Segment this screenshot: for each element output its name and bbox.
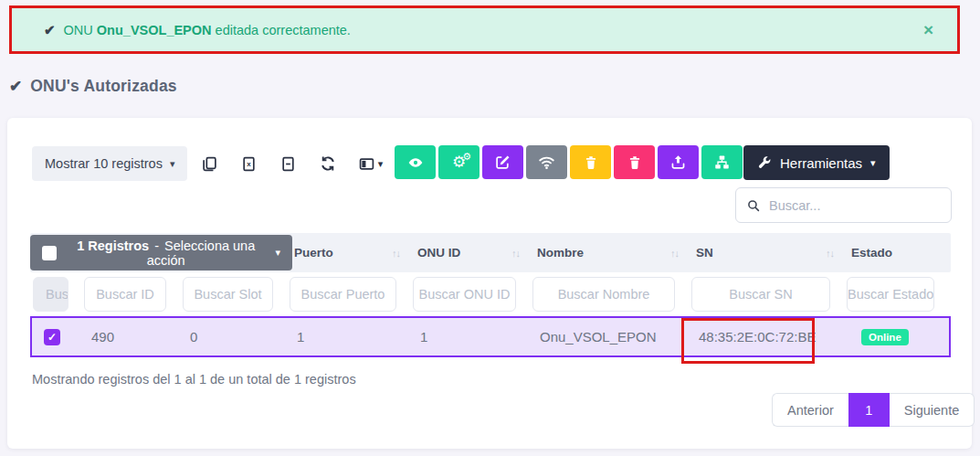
cell-sn: 48:35:2E:0C:72:BE xyxy=(693,329,848,345)
screen: ✔ ONU Onu_VSOL_EPON editada correctament… xyxy=(0,0,980,456)
filter-onu-id-input[interactable] xyxy=(413,277,516,312)
success-alert: ✔ ONU Onu_VSOL_EPON editada correctament… xyxy=(12,8,957,51)
filter-puerto-input[interactable] xyxy=(290,277,396,312)
header-label: SN xyxy=(696,246,713,260)
gear-small-icon: ⚙ xyxy=(462,152,471,162)
show-records-label: Mostrar 10 registros xyxy=(45,156,163,171)
cell-puerto: 1 xyxy=(291,329,415,345)
columns-icon xyxy=(359,156,374,172)
settings-button[interactable]: ⚙ ⚙ xyxy=(438,145,479,179)
export-excel-button[interactable]: x xyxy=(229,147,269,180)
copy-icon xyxy=(202,156,217,172)
file-text-icon xyxy=(280,156,296,172)
filter-nombre-input[interactable] xyxy=(532,277,675,312)
sort-icon: ↑↓ xyxy=(670,248,679,259)
check-icon: ✔ xyxy=(9,77,22,96)
trash-icon xyxy=(584,155,598,170)
header-label: Estado xyxy=(851,246,892,260)
pagination-prev-button[interactable]: Anterior xyxy=(772,393,848,427)
page-title: ✔ ONU's Autorizadas xyxy=(9,77,177,96)
sort-icon: ↑↓ xyxy=(511,248,520,259)
header-estado[interactable]: Estado xyxy=(847,246,951,260)
delete-button[interactable] xyxy=(614,145,655,179)
wrench-icon xyxy=(757,155,772,170)
onu-action-buttons: ⚙ ⚙ xyxy=(395,145,743,179)
upload-icon xyxy=(670,154,686,170)
filter-sn-input[interactable] xyxy=(691,277,830,312)
header-label: Puerto xyxy=(294,246,333,260)
header-onu-id[interactable]: ONU ID↑↓ xyxy=(413,246,532,260)
copy-button[interactable] xyxy=(190,147,229,180)
edit-button[interactable] xyxy=(482,145,523,179)
export-toolbar: x ▾ xyxy=(190,147,395,180)
table-filter-row xyxy=(30,272,951,316)
alert-suffix: editada correctamente. xyxy=(216,23,351,37)
eye-icon xyxy=(407,154,424,171)
sitemap-button[interactable] xyxy=(701,145,743,179)
filter-id-input[interactable] xyxy=(84,277,166,312)
search-icon xyxy=(747,198,760,213)
export-file-button[interactable] xyxy=(269,147,308,180)
alert-onu-name: Onu_VSOL_EPON xyxy=(97,23,212,37)
page-title-text: ONU's Autorizadas xyxy=(30,77,177,96)
wifi-button[interactable] xyxy=(526,145,567,179)
header-sn[interactable]: SN↑↓ xyxy=(691,246,847,260)
header-puerto[interactable]: Puerto↑↓ xyxy=(290,246,413,260)
refresh-icon xyxy=(320,155,336,172)
sitemap-icon xyxy=(714,154,730,170)
delete-temp-button[interactable] xyxy=(570,145,611,179)
filter-checkbox-input xyxy=(33,277,68,312)
upload-button[interactable] xyxy=(658,145,699,179)
cell-onu-id: 1 xyxy=(415,329,534,345)
bulk-action-text: Selecciona una acción xyxy=(147,239,256,268)
edit-icon xyxy=(495,154,511,170)
bulk-action-label: 1 Registros - Selecciona una acción xyxy=(66,239,266,268)
columns-dropdown[interactable]: ▾ xyxy=(347,147,395,180)
trash-icon xyxy=(627,155,642,170)
search-box xyxy=(735,187,952,223)
header-nombre[interactable]: Nombre↑↓ xyxy=(532,246,691,260)
table-row-selected[interactable]: ✓ 490 0 1 1 Onu_VSOL_EPON 48:35:2E:0C:72… xyxy=(30,316,951,357)
alert-prefix: ONU xyxy=(64,23,93,37)
sort-icon: ↑↓ xyxy=(826,248,834,259)
bulk-action-dropdown[interactable]: 1 Registros - Selecciona una acción ▾ xyxy=(30,235,292,270)
refresh-button[interactable] xyxy=(308,147,347,180)
pagination: Anterior 1 Siguiente xyxy=(772,393,975,427)
row-checkbox-checked[interactable]: ✓ xyxy=(44,329,60,345)
selected-count: 1 Registros xyxy=(77,239,149,253)
alert-message: ONU Onu_VSOL_EPON editada correctamente. xyxy=(64,23,351,37)
onu-table: 1 Registros - Selecciona una acción ▾ Pu… xyxy=(30,233,951,357)
alert-close-button[interactable]: × xyxy=(923,21,933,38)
file-excel-icon: x xyxy=(241,156,257,172)
onu-table-card: Mostrar 10 registros ▾ x ▾ xyxy=(7,118,972,449)
records-summary: Mostrando registros del 1 al 1 de un tot… xyxy=(32,372,356,387)
header-label: Nombre xyxy=(537,246,584,260)
pagination-next-button[interactable]: Siguiente xyxy=(890,393,975,427)
view-button[interactable] xyxy=(395,145,436,179)
wifi-icon xyxy=(538,154,555,171)
caret-down-icon: ▾ xyxy=(275,248,280,258)
svg-text:x: x xyxy=(247,160,251,168)
pagination-page-1[interactable]: 1 xyxy=(848,393,890,427)
caret-down-icon: ▾ xyxy=(170,159,175,169)
sort-icon: ↑↓ xyxy=(392,248,400,259)
bulk-separator: - xyxy=(154,239,159,253)
cell-nombre: Onu_VSOL_EPON xyxy=(534,329,693,345)
cell-id: 490 xyxy=(86,329,184,345)
status-badge-online: Online xyxy=(861,329,909,345)
search-input[interactable] xyxy=(769,198,940,213)
check-icon: ✔ xyxy=(44,22,56,38)
filter-slot-input[interactable] xyxy=(183,277,273,312)
caret-down-icon: ▾ xyxy=(378,159,384,169)
cell-slot: 0 xyxy=(184,329,291,345)
filter-estado-input[interactable] xyxy=(847,277,934,312)
tools-dropdown[interactable]: Herramientas ▾ xyxy=(743,145,890,180)
show-records-dropdown[interactable]: Mostrar 10 registros ▾ xyxy=(32,146,187,181)
select-all-checkbox[interactable] xyxy=(42,246,57,260)
tools-label: Herramientas xyxy=(780,155,862,171)
header-label: ONU ID xyxy=(417,246,460,260)
caret-down-icon: ▾ xyxy=(870,158,876,168)
